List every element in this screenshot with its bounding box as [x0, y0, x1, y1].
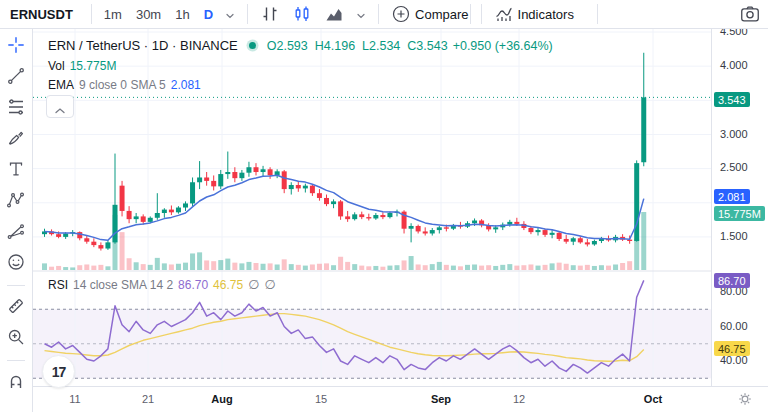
area-icon [324, 4, 344, 24]
chart-style-candles-button[interactable] [286, 1, 318, 27]
ema-value: 2.081 [171, 78, 201, 92]
tool-measure-button[interactable] [3, 297, 29, 318]
main-legend[interactable]: ERN / TetherUS · 1D · BINANCE O2.593H4.1… [48, 38, 553, 53]
volume-value: 15.775M [70, 59, 117, 73]
tool-forecast-button[interactable] [3, 222, 29, 243]
candles-icon [292, 4, 312, 24]
time-tick-Sep: Sep [431, 393, 451, 405]
tool-fib-retracement-button[interactable] [3, 98, 29, 119]
tool-crosshair-button[interactable] [3, 36, 29, 57]
toolbar-divider [481, 4, 482, 24]
indicators-icon [494, 4, 514, 24]
camera-icon [739, 13, 761, 28]
time-axis[interactable]: 1121Aug15Sep12Oct [33, 386, 768, 412]
axis-tick-label: 3.000 [720, 128, 748, 140]
timezone-settings-button[interactable] [735, 390, 755, 410]
rsi-label: RSI [48, 278, 68, 292]
screenshot-camera-button[interactable] [738, 3, 762, 27]
rsi-value: 86.70 [178, 278, 208, 292]
crosshair-icon [6, 35, 26, 58]
tool-text-button[interactable] [3, 160, 29, 181]
toolbar-divider [470, 4, 471, 24]
pane-separator[interactable] [33, 269, 711, 274]
axis-tick-label: 1.500 [720, 230, 748, 242]
fib-retracement-icon [6, 97, 26, 120]
emoji-icon [6, 252, 26, 275]
time-tick-21: 21 [142, 393, 154, 405]
last-price-label: 3.543 [714, 92, 750, 107]
chart-region: ERN / TetherUS · 1D · BINANCE O2.593H4.1… [33, 29, 768, 412]
compare-button[interactable]: Compare [385, 1, 474, 27]
top-toolbar: ERNUSDT 1m30m1hD Compare Indicators [0, 0, 768, 29]
volume-legend[interactable]: Vol 15.775M [48, 59, 116, 73]
chart-style-chevron-icon[interactable] [350, 6, 372, 22]
interval-button-1m[interactable]: 1m [98, 4, 128, 25]
axis-tick-label: 60.00 [720, 320, 748, 332]
legend-ohlc-values: O2.593H4.196L2.534C3.543 [267, 39, 448, 53]
market-status-dot-icon[interactable] [249, 42, 256, 49]
chevron-up-icon [54, 103, 66, 111]
sidebar-divider [7, 285, 25, 286]
indicators-label: Indicators [518, 7, 574, 22]
time-tick-Oct: Oct [644, 393, 662, 405]
tool-emoji-button[interactable] [3, 253, 29, 274]
volume-value-label: 15.775M [714, 206, 765, 221]
brush-icon [6, 128, 26, 151]
sidebar-divider [7, 360, 25, 361]
toolbar-divider [597, 4, 598, 24]
tradingview-app: ERNUSDT 1m30m1hD Compare Indicators ERN … [0, 0, 768, 412]
interval-button-30m[interactable]: 30m [130, 4, 167, 25]
rsi-params: 14 close SMA 14 2 [73, 278, 173, 292]
axis-tick-label: 4.500 [720, 29, 748, 37]
interval-button-1h[interactable]: 1h [169, 4, 195, 25]
text-icon [6, 159, 26, 182]
plus-circle-icon [391, 4, 411, 24]
indicators-button[interactable]: Indicators [488, 1, 580, 27]
rsi-value-label: 86.70 [714, 273, 750, 288]
tool-zoom-in-button[interactable] [3, 328, 29, 349]
legend-change: +0.950 (+36.64%) [453, 39, 553, 53]
tradingview-logo[interactable]: 17 [42, 355, 75, 388]
time-tick-12: 12 [513, 393, 525, 405]
price-axis[interactable]: 4.5004.0003.0002.5001.50080.0060.0040.00… [711, 29, 768, 386]
rsi-sma-hide-toggle-icon[interactable]: ∅ [264, 277, 275, 292]
ema-legend[interactable]: EMA 9 close 0 SMA 5 2.081 [48, 78, 201, 92]
trend-line-icon [6, 66, 26, 89]
time-tick-11: 11 [69, 393, 80, 405]
chart-style-area-button[interactable] [318, 1, 350, 27]
tool-magnet-button[interactable] [3, 372, 29, 393]
ema-label: EMA [48, 78, 74, 92]
bars-icon [260, 4, 280, 24]
legend-collapse-button[interactable] [46, 95, 74, 118]
ohlc-o: O2.593 [267, 39, 308, 53]
forecast-icon [6, 221, 26, 244]
chart-style-bars-button[interactable] [254, 1, 286, 27]
toolbar-divider [247, 4, 248, 24]
tool-xabcd-pattern-button[interactable] [3, 191, 29, 212]
compare-label: Compare [415, 7, 468, 22]
rsi-legend[interactable]: RSI 14 close SMA 14 2 86.70 46.75 ∅ ∅ [48, 277, 276, 292]
interval-button-D[interactable]: D [198, 4, 219, 25]
axis-tick-label: 2.500 [720, 161, 748, 173]
ohlc-h: H4.196 [315, 39, 355, 53]
rsi-sma-value: 46.75 [213, 278, 243, 292]
gear-icon [736, 396, 754, 411]
volume-bars [42, 212, 646, 270]
magnet-icon [6, 371, 26, 394]
tool-trend-line-button[interactable] [3, 67, 29, 88]
interval-group: 1m30m1hD [98, 4, 219, 25]
drawing-toolbar [0, 29, 33, 412]
zoom-in-icon [6, 327, 26, 350]
legend-title[interactable]: ERN / TetherUS · 1D · BINANCE [48, 38, 238, 53]
interval-menu-chevron-icon[interactable] [219, 6, 241, 22]
toolbar-divider [378, 4, 379, 24]
toolbar-divider [91, 4, 92, 24]
symbol-name[interactable]: ERNUSDT [0, 7, 85, 22]
tool-brush-button[interactable] [3, 129, 29, 150]
xabcd-pattern-icon [6, 190, 26, 213]
time-tick-Aug: Aug [211, 393, 232, 405]
rsi-hide-toggle-icon[interactable]: ∅ [248, 277, 259, 292]
ohlc-l: L2.534 [362, 39, 400, 53]
rsi-sma-value-label: 46.75 [714, 341, 750, 356]
measure-icon [6, 296, 26, 319]
